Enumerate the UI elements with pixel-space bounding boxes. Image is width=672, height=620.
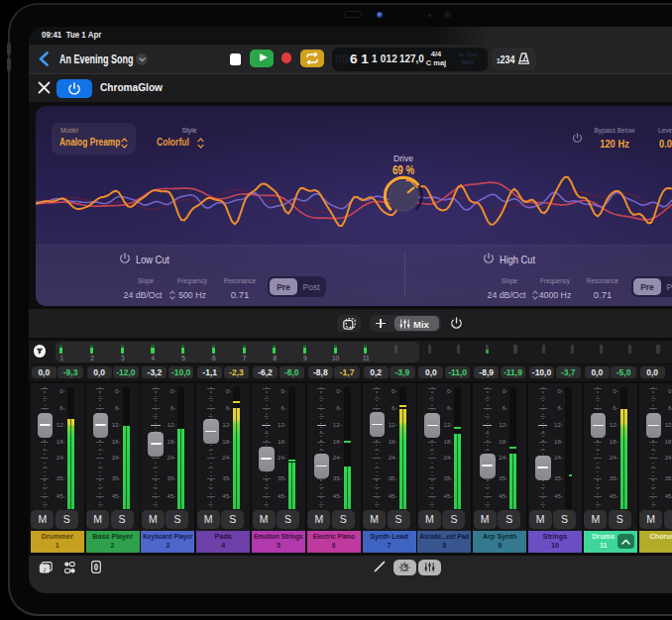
svg-text:♪: ♪ [43, 566, 47, 572]
